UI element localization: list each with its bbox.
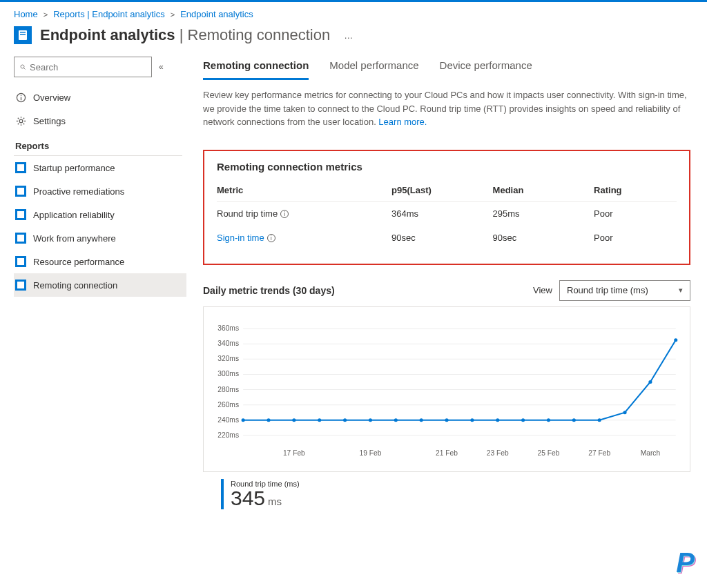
svg-rect-12: [17, 235, 24, 242]
svg-point-7: [20, 95, 21, 96]
svg-text:23 Feb: 23 Feb: [487, 449, 509, 457]
gear-icon: [15, 115, 26, 126]
tabs: Remoting connection Model performance De…: [203, 57, 690, 80]
page-title-separator: |: [175, 26, 188, 43]
page-header: Endpoint analytics | Remoting connection…: [0, 23, 707, 57]
svg-text:25 Feb: 25 Feb: [538, 449, 560, 457]
breadcrumb-current[interactable]: Endpoint analytics: [180, 9, 253, 19]
search-input[interactable]: [14, 57, 152, 77]
sidebar-item-label: Settings: [33, 116, 66, 126]
svg-point-50: [547, 418, 550, 422]
cell-rating: Poor: [594, 201, 677, 226]
svg-point-54: [648, 380, 652, 384]
svg-point-47: [470, 418, 474, 422]
svg-text:240ms: 240ms: [217, 415, 239, 423]
col-p95: p95(Last): [391, 179, 493, 202]
chevron-right-icon: >: [43, 10, 48, 19]
svg-text:260ms: 260ms: [217, 400, 239, 408]
svg-rect-10: [17, 188, 24, 195]
report-icon: [15, 256, 26, 267]
svg-point-51: [572, 418, 576, 422]
search-field[interactable]: [30, 62, 146, 72]
view-select[interactable]: Round trip time (ms) ▾: [559, 280, 690, 301]
trends-header: Daily metric trends (30 days) View Round…: [203, 280, 690, 301]
report-icon: [15, 233, 26, 244]
col-median: Median: [493, 179, 594, 202]
svg-point-52: [598, 418, 601, 422]
svg-rect-1: [20, 32, 26, 33]
report-icon: [15, 209, 26, 220]
svg-rect-13: [17, 258, 24, 265]
metrics-card-title: Remoting connection metrics: [217, 161, 677, 173]
cell-rating: Poor: [594, 226, 677, 250]
main-content: Remoting connection Model performance De…: [186, 57, 707, 509]
trends-chart: 220ms240ms260ms280ms300ms320ms340ms360ms…: [203, 306, 690, 472]
svg-text:19 Feb: 19 Feb: [360, 449, 382, 457]
breadcrumb-reports-link[interactable]: Reports | Endpoint analytics: [53, 9, 165, 19]
more-button[interactable]: …: [344, 30, 354, 41]
sidebar-item-label: Work from anywhere: [33, 233, 116, 244]
breadcrumb-home[interactable]: Home: [14, 9, 38, 19]
learn-more-link[interactable]: Learn more.: [378, 117, 427, 127]
svg-text:340ms: 340ms: [217, 340, 239, 347]
sidebar-item-startup[interactable]: Startup performance: [14, 156, 186, 179]
svg-point-38: [242, 418, 245, 422]
svg-text:280ms: 280ms: [217, 385, 239, 393]
info-icon: [15, 92, 26, 103]
svg-rect-14: [17, 282, 24, 288]
description-text: Review key performance metrics for conne…: [203, 88, 690, 129]
svg-text:320ms: 320ms: [217, 355, 239, 362]
svg-point-40: [292, 418, 296, 422]
svg-point-45: [420, 418, 423, 422]
page-title-main: Endpoint analytics: [40, 26, 175, 43]
slab-unit: ms: [268, 496, 282, 507]
sidebar-item-proactive[interactable]: Proactive remediations: [14, 179, 186, 203]
info-icon[interactable]: i: [280, 210, 289, 218]
svg-rect-2: [20, 34, 26, 35]
breadcrumb: Home > Reports | Endpoint analytics > En…: [0, 2, 707, 23]
sidebar-item-overview[interactable]: Overview: [14, 86, 186, 109]
sidebar-item-work-anywhere[interactable]: Work from anywhere: [14, 226, 186, 250]
sidebar-item-label: Proactive remediations: [33, 186, 124, 197]
svg-point-43: [369, 418, 372, 422]
slab-value: 345: [231, 487, 265, 509]
cell-p95: 364ms: [391, 201, 493, 226]
svg-text:300ms: 300ms: [217, 370, 239, 378]
cell-metric: Round trip timei: [217, 201, 391, 226]
sidebar-item-label: Startup performance: [33, 163, 115, 173]
page-title-sub: Remoting connection: [188, 26, 331, 43]
tab-device-performance[interactable]: Device performance: [440, 57, 532, 80]
svg-text:27 Feb: 27 Feb: [588, 449, 610, 457]
svg-point-49: [521, 418, 525, 422]
sidebar: « Overview Settings Reports Startup perf…: [14, 57, 186, 509]
cell-metric: Sign-in timei: [217, 226, 391, 250]
svg-text:March: March: [641, 449, 660, 457]
sidebar-section-reports: Reports: [14, 133, 186, 155]
tab-model-performance[interactable]: Model performance: [329, 57, 418, 80]
svg-text:17 Feb: 17 Feb: [283, 449, 305, 457]
report-icon: [15, 280, 26, 291]
sidebar-item-settings[interactable]: Settings: [14, 109, 186, 133]
sidebar-item-resource-perf[interactable]: Resource performance: [14, 250, 186, 273]
report-icon: [15, 186, 26, 197]
svg-point-8: [19, 119, 23, 123]
trends-title: Daily metric trends (30 days): [203, 285, 533, 296]
svg-point-55: [674, 338, 677, 342]
summary-slab: Round trip time (ms) 345ms: [221, 479, 690, 509]
info-icon[interactable]: i: [267, 234, 275, 242]
svg-point-53: [623, 411, 626, 414]
table-row: Sign-in timei 90sec 90sec Poor: [217, 226, 677, 250]
sidebar-collapse-button[interactable]: «: [159, 62, 164, 72]
col-rating: Rating: [594, 179, 677, 202]
cell-median: 295ms: [493, 201, 594, 226]
sign-in-time-link[interactable]: Sign-in time: [217, 233, 264, 243]
sidebar-item-label: Resource performance: [33, 257, 124, 267]
svg-text:220ms: 220ms: [217, 431, 239, 439]
tab-remoting-connection[interactable]: Remoting connection: [203, 57, 309, 80]
sidebar-item-app-reliability[interactable]: Application reliability: [14, 203, 186, 226]
svg-text:21 Feb: 21 Feb: [436, 449, 458, 457]
svg-point-44: [394, 418, 398, 422]
sidebar-item-remoting[interactable]: Remoting connection: [14, 273, 186, 297]
chevron-right-icon: >: [171, 10, 175, 19]
svg-rect-11: [17, 211, 24, 218]
